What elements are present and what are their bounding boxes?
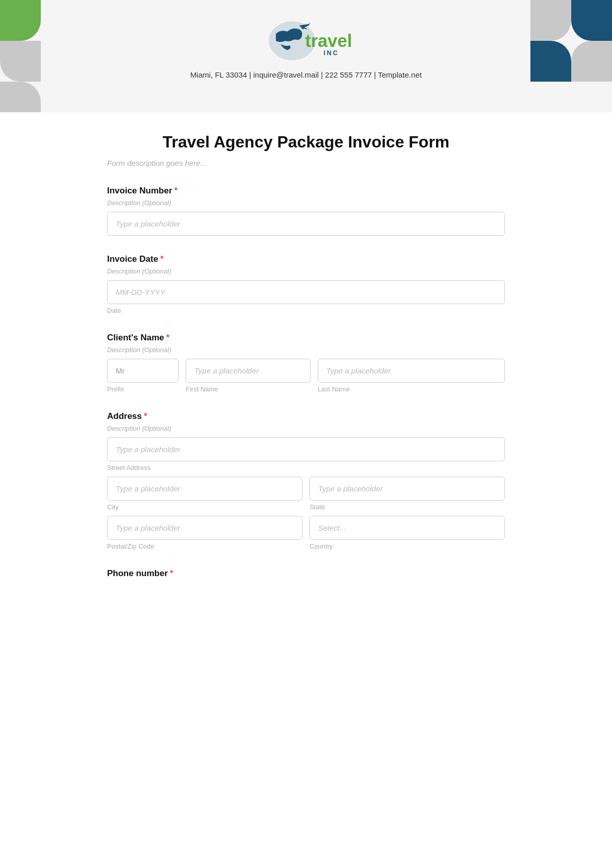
last-name-field: Last Name [318,359,505,393]
postal-country-row: Postal/Zip Code Country [107,516,505,550]
clients-name-row: Prefix First Name Last Name [107,359,505,393]
address-field-group: Address* Description (Optional) Street A… [107,411,505,550]
state-field: State [310,477,505,511]
state-sublabel: State [310,503,505,511]
postal-sublabel: Postal/Zip Code [107,542,302,550]
invoice-date-sublabel: Date [107,307,505,314]
invoice-number-desc: Description (Optional) [107,199,505,207]
form-container: Travel Agency Package Invoice Form Form … [76,112,536,628]
country-field: Country [310,516,505,550]
form-description: Form description goes here... [107,159,505,167]
street-sublabel: Street Address [107,464,505,472]
state-input[interactable] [310,477,505,501]
invoice-date-desc: Description (Optional) [107,267,505,275]
city-sublabel: City [107,503,302,511]
invoice-date-label: Invoice Date* [107,254,505,264]
postal-field: Postal/Zip Code [107,516,302,550]
prefix-input[interactable] [107,359,178,383]
required-star: * [174,186,178,195]
company-info: Miami, FL 33034 | inquire@travel.mail | … [190,70,422,79]
clients-name-desc: Description (Optional) [107,346,505,354]
last-name-input[interactable] [318,359,505,383]
corner-decoration-topright [530,0,612,82]
address-label: Address* [107,411,505,421]
required-star: * [144,411,147,421]
city-field: City [107,477,302,511]
invoice-date-field-group: Invoice Date* Description (Optional) Dat… [107,254,505,314]
required-star: * [166,333,170,342]
required-star: * [160,254,164,264]
street-address-field: Street Address [107,437,505,472]
first-name-input[interactable] [186,359,311,383]
svg-text:travel: travel [305,31,352,51]
company-logo: travel INC [255,15,357,66]
logo-area: travel INC Miami, FL 33034 | inquire@tra… [10,15,602,79]
invoice-number-label: Invoice Number* [107,186,505,196]
required-star: * [170,568,173,578]
prefix-sublabel: Prefix [107,385,178,393]
last-name-sublabel: Last Name [318,385,505,393]
svg-text:INC: INC [324,49,339,57]
country-sublabel: Country [310,542,505,550]
postal-input[interactable] [107,516,302,540]
first-name-field: First Name [186,359,311,393]
first-name-sublabel: First Name [186,385,311,393]
invoice-date-input[interactable] [107,280,505,304]
phone-number-label: Phone number* [107,568,505,579]
prefix-field: Prefix [107,359,178,393]
corner-decoration-topleft [0,0,82,82]
invoice-number-field-group: Invoice Number* Description (Optional) [107,186,505,236]
street-address-input[interactable] [107,437,505,461]
phone-number-field-group: Phone number* [107,568,505,579]
city-state-row: City State [107,477,505,511]
country-input[interactable] [310,516,505,540]
clients-name-field-group: Client's Name* Description (Optional) Pr… [107,333,505,393]
form-title: Travel Agency Package Invoice Form [107,133,505,152]
invoice-number-input[interactable] [107,212,505,236]
page-header: travel INC Miami, FL 33034 | inquire@tra… [0,0,612,112]
clients-name-label: Client's Name* [107,333,505,343]
city-input[interactable] [107,477,302,501]
address-desc: Description (Optional) [107,425,505,432]
